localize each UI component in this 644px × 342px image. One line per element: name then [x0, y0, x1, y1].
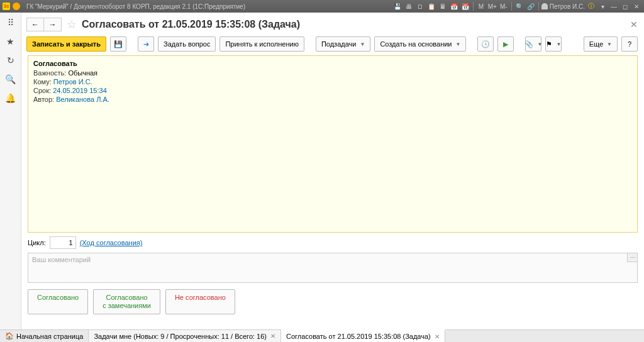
- compare-icon[interactable]: 📋: [426, 1, 436, 11]
- save-icon[interactable]: 💾: [392, 1, 402, 11]
- titlebar: 1c ГК "Меркурий" / Документооборот 8 КОР…: [0, 0, 644, 13]
- menu-icon[interactable]: ⠿: [4, 16, 17, 29]
- more-button[interactable]: Еще▼: [584, 36, 618, 52]
- page-title: Согласовать от 21.05.2019 15:35:08 (Зада…: [82, 19, 300, 30]
- toolbar: Записать и закрыть 💾 ➔ Задать вопрос При…: [21, 36, 644, 55]
- accept-execution-button[interactable]: Принять к исполнению: [219, 36, 304, 52]
- to-value-link[interactable]: Петров И.С.: [53, 78, 92, 86]
- forward-arrow-button[interactable]: ➔: [138, 36, 154, 52]
- bottom-tabs: 🏠Начальная страница Задачи мне (Новых: 9…: [0, 329, 644, 342]
- star-icon[interactable]: ★: [4, 35, 17, 48]
- approved-with-notes-button[interactable]: Согласовано с замечаниями: [93, 289, 160, 314]
- execute-button[interactable]: ▶: [497, 36, 514, 52]
- m-icon[interactable]: M: [476, 1, 486, 11]
- rejected-button[interactable]: Не согласовано: [165, 289, 235, 314]
- due-label: Срок:: [33, 87, 51, 94]
- link-icon[interactable]: 🔗: [526, 1, 536, 11]
- create-based-on-button[interactable]: Создать на основании▼: [374, 36, 466, 52]
- calc-icon[interactable]: 🖩: [438, 1, 448, 11]
- ask-question-button[interactable]: Задать вопрос: [158, 36, 216, 52]
- clock-icon: 🕓: [481, 40, 490, 48]
- due-value-link[interactable]: 24.05.2019 15:34: [53, 87, 107, 94]
- tab-current-task[interactable]: Согласовать от 21.05.2019 15:35:08 (Зада…: [281, 329, 445, 342]
- to-label: Кому:: [33, 78, 52, 86]
- save-button[interactable]: 💾: [110, 36, 126, 52]
- approved-button[interactable]: Согласовано: [28, 289, 88, 314]
- tab-tasks[interactable]: Задачи мне (Новых: 9 / Просроченных: 11 …: [89, 330, 281, 342]
- m-plus-icon[interactable]: M+: [487, 1, 497, 11]
- calendar-icon[interactable]: 📅: [449, 1, 459, 11]
- author-label: Автор:: [33, 96, 54, 103]
- close-window-icon[interactable]: ✕: [631, 1, 641, 11]
- chevron-down-icon: ▼: [360, 41, 365, 47]
- chevron-down-icon: ▼: [456, 41, 461, 47]
- window-title: ГК "Меркурий" / Документооборот 8 КОРП, …: [26, 3, 245, 10]
- chevron-down-icon: ▼: [556, 41, 561, 47]
- play-icon: ▶: [503, 40, 508, 48]
- favorite-star-icon[interactable]: ☆: [67, 18, 77, 31]
- doc-icon[interactable]: 🗋: [415, 1, 425, 11]
- task-info-frame: Согласовать Важность: Обычная Кому: Петр…: [28, 55, 638, 233]
- clock-button[interactable]: 🕓: [477, 36, 494, 52]
- search-icon[interactable]: 🔍: [4, 73, 17, 86]
- chevron-down-icon: ▼: [537, 41, 542, 47]
- zoom-icon[interactable]: 🔍: [514, 1, 525, 11]
- app-icon-1c: 1c: [3, 3, 10, 10]
- info-icon[interactable]: ⓘ: [586, 1, 596, 11]
- save-and-close-button[interactable]: Записать и закрыть: [26, 36, 106, 52]
- comment-placeholder: Ваш комментарий: [28, 253, 637, 266]
- history-icon[interactable]: ↻: [4, 54, 17, 67]
- approval-flow-link[interactable]: (Ход согласования): [80, 239, 143, 246]
- arrow-right-icon: ➔: [143, 40, 149, 48]
- maximize-icon[interactable]: ◻: [620, 1, 630, 11]
- close-page-icon[interactable]: ✕: [630, 19, 638, 30]
- m-minus-icon[interactable]: M-: [499, 1, 509, 11]
- cycle-label: Цикл:: [28, 239, 46, 246]
- user-icon: [541, 3, 548, 9]
- subtasks-button[interactable]: Подзадачи▼: [316, 36, 370, 52]
- comment-textarea[interactable]: Ваш комментарий ⋯: [28, 253, 638, 283]
- schedule-icon[interactable]: 📆: [460, 1, 470, 11]
- help-button[interactable]: ?: [621, 36, 638, 52]
- cycle-input[interactable]: [50, 236, 76, 249]
- dropdown-icon[interactable]: ▾: [597, 1, 608, 11]
- author-value-link[interactable]: Великанова Л.А.: [56, 96, 109, 103]
- paperclip-icon: 📎: [525, 40, 533, 48]
- importance-value: Обычная: [68, 69, 97, 77]
- bell-icon[interactable]: 🔔: [4, 92, 17, 104]
- close-tab-icon[interactable]: ✕: [270, 333, 275, 339]
- app-icon-circle: [13, 3, 20, 10]
- flag-button[interactable]: ⚑▼: [545, 36, 562, 52]
- expand-icon[interactable]: ⋯: [627, 253, 637, 262]
- sidebar: ⠿ ★ ↻ 🔍 🔔: [0, 13, 21, 329]
- chevron-down-icon: ▼: [607, 41, 612, 47]
- attach-button[interactable]: 📎▼: [525, 36, 541, 52]
- minimize-icon[interactable]: —: [609, 1, 619, 11]
- task-title: Согласовать: [33, 60, 632, 67]
- user-label[interactable]: Петров И.С.: [541, 3, 585, 10]
- home-icon: 🏠: [5, 332, 14, 340]
- print-icon[interactable]: 🖶: [404, 1, 414, 11]
- home-tab[interactable]: 🏠Начальная страница: [0, 330, 89, 342]
- close-tab-icon[interactable]: ✕: [435, 333, 440, 340]
- diskette-icon: 💾: [114, 40, 123, 48]
- back-button[interactable]: ←: [26, 18, 44, 31]
- importance-label: Важность:: [33, 69, 66, 77]
- flag-icon: ⚑: [546, 40, 552, 48]
- forward-button[interactable]: →: [44, 18, 62, 31]
